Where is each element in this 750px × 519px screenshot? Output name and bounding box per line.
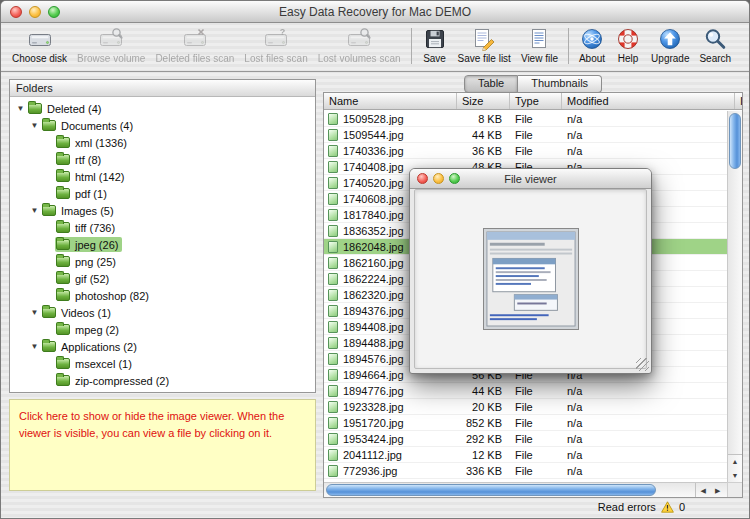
tree-item-documents-4[interactable]: ▼Documents (4) bbox=[10, 117, 315, 134]
folder-icon bbox=[28, 103, 42, 114]
file-icon bbox=[328, 321, 338, 333]
resize-grip-icon[interactable] bbox=[636, 358, 649, 371]
toolbar-button-lost-volumes-scan: Lost volumes scan bbox=[313, 25, 406, 71]
tree-item-zip-compressed-2[interactable]: zip-compressed (2) bbox=[10, 372, 315, 389]
file-row-772936-jpg[interactable]: 772936.jpg336 KBFilen/a bbox=[324, 463, 727, 479]
tree-item-msexcel-1[interactable]: msexcel (1) bbox=[10, 355, 315, 372]
tab-thumbnails[interactable]: Thumbnails bbox=[518, 75, 602, 93]
file-row-2041112-jpg[interactable]: 2041112.jpg12 KBFilen/a bbox=[324, 447, 727, 463]
file-icon bbox=[328, 401, 338, 413]
tree-item-png-25[interactable]: png (25) bbox=[10, 253, 315, 270]
tree-item-videos-1[interactable]: ▼Videos (1) bbox=[10, 304, 315, 321]
file-row-1923328-jpg[interactable]: 1923328.jpg20 KBFilen/a bbox=[324, 399, 727, 415]
column-header-size[interactable]: Size bbox=[457, 93, 510, 109]
column-header-type[interactable]: Type bbox=[510, 93, 562, 109]
file-viewer-titlebar[interactable]: File viewer bbox=[410, 169, 651, 189]
tree-item-applications-2[interactable]: ▼Applications (2) bbox=[10, 338, 315, 355]
file-preview-image[interactable] bbox=[483, 228, 579, 330]
tree-item-images-5[interactable]: ▼Images (5) bbox=[10, 202, 315, 219]
tree-item-html-142[interactable]: html (142) bbox=[10, 168, 315, 185]
toolbar-button-save[interactable]: Save bbox=[417, 25, 453, 71]
file-icon bbox=[328, 113, 338, 125]
table-header: NameSizeTypeModifiedID bbox=[324, 93, 742, 110]
save-icon bbox=[422, 26, 448, 52]
file-size: 292 KB bbox=[457, 433, 510, 445]
tree-item-pdf-1[interactable]: pdf (1) bbox=[10, 185, 315, 202]
file-name: 1862160.jpg bbox=[343, 257, 404, 269]
file-name: 1862048.jpg bbox=[343, 241, 404, 253]
disclosure-triangle-icon[interactable]: ▼ bbox=[28, 338, 41, 355]
horizontal-scroll-thumb[interactable] bbox=[326, 484, 656, 496]
folder-icon bbox=[56, 171, 70, 182]
horizontal-scrollbar[interactable]: ◀ ▶ bbox=[324, 482, 727, 497]
file-size: 44 KB bbox=[457, 385, 510, 397]
toolbar-separator bbox=[568, 28, 569, 64]
file-type: File bbox=[510, 129, 562, 141]
scroll-up-arrow-icon[interactable]: ▲ bbox=[732, 458, 739, 465]
disclosure-triangle-icon[interactable]: ▼ bbox=[28, 117, 41, 134]
folders-panel-header: Folders bbox=[10, 80, 315, 97]
view-file-icon bbox=[526, 26, 552, 52]
file-row-1953424-jpg[interactable]: 1953424.jpg292 KBFilen/a bbox=[324, 431, 727, 447]
window-titlebar[interactable]: Easy Data Recovery for Mac DEMO bbox=[1, 1, 749, 23]
zoom-button[interactable] bbox=[48, 6, 60, 18]
folder-icon bbox=[56, 375, 70, 386]
folder-icon bbox=[56, 290, 70, 301]
tree-item-rtf-8[interactable]: rtf (8) bbox=[10, 151, 315, 168]
file-row-1509544-jpg[interactable]: 1509544.jpg44 KBFilen/a bbox=[324, 127, 727, 143]
scroll-left-arrow-icon[interactable]: ◀ bbox=[701, 487, 706, 494]
file-name: 1923328.jpg bbox=[343, 401, 404, 413]
column-header-id[interactable]: ID bbox=[735, 93, 742, 109]
tab-table[interactable]: Table bbox=[464, 75, 518, 93]
file-row-1951720-jpg[interactable]: 1951720.jpg852 KBFilen/a bbox=[324, 415, 727, 431]
viewer-close-button[interactable] bbox=[417, 173, 428, 184]
toolbar-button-save-file-list[interactable]: Save file list bbox=[453, 25, 516, 71]
file-name: 1894408.jpg bbox=[343, 321, 404, 333]
vertical-scroll-thumb[interactable] bbox=[729, 113, 741, 169]
browse-volume-icon bbox=[98, 26, 124, 52]
tree-item-xml-1336[interactable]: xml (1336) bbox=[10, 134, 315, 151]
scroll-right-arrow-icon[interactable]: ▶ bbox=[715, 487, 720, 494]
folders-panel: Folders ▼Deleted (4)▼Documents (4)xml (1… bbox=[9, 79, 316, 393]
disclosure-triangle-icon[interactable]: ▼ bbox=[14, 100, 27, 117]
file-icon bbox=[328, 241, 338, 253]
file-row-1894776-jpg[interactable]: 1894776.jpg44 KBFilen/a bbox=[324, 383, 727, 399]
tree-item-photoshop-82[interactable]: photoshop (82) bbox=[10, 287, 315, 304]
file-name: 1509528.jpg bbox=[343, 113, 404, 125]
file-type: File bbox=[510, 465, 562, 477]
column-header-name[interactable]: Name bbox=[324, 93, 457, 109]
lost-volumes-scan-icon bbox=[346, 26, 372, 52]
close-button[interactable] bbox=[10, 6, 22, 18]
file-modified: n/a bbox=[562, 113, 727, 125]
warning-icon bbox=[661, 501, 674, 513]
file-name: 1951720.jpg bbox=[343, 417, 404, 429]
image-viewer-note[interactable]: Click here to show or hide the image vie… bbox=[9, 399, 316, 491]
help-icon bbox=[615, 26, 641, 52]
toolbar-button-search[interactable]: Search bbox=[694, 25, 736, 71]
file-type: File bbox=[510, 417, 562, 429]
file-row-1509528-jpg[interactable]: 1509528.jpg8 KBFilen/a bbox=[324, 111, 727, 127]
toolbar-button-about[interactable]: About bbox=[574, 25, 610, 71]
tree-item-tiff-736[interactable]: tiff (736) bbox=[10, 219, 315, 236]
folder-icon bbox=[56, 137, 70, 148]
minimize-button[interactable] bbox=[29, 6, 41, 18]
tree-item-deleted-4[interactable]: ▼Deleted (4) bbox=[10, 100, 315, 117]
toolbar-button-help[interactable]: Help bbox=[610, 25, 646, 71]
file-row-1740336-jpg[interactable]: 1740336.jpg36 KBFilen/a bbox=[324, 143, 727, 159]
toolbar-button-choose-disk[interactable]: Choose disk bbox=[7, 25, 72, 71]
disclosure-triangle-icon[interactable]: ▼ bbox=[28, 304, 41, 321]
column-header-modified[interactable]: Modified bbox=[562, 93, 735, 109]
tree-item-mpeg-2[interactable]: mpeg (2) bbox=[10, 321, 315, 338]
tree-item-gif-52[interactable]: gif (52) bbox=[10, 270, 315, 287]
file-icon bbox=[328, 273, 338, 285]
disclosure-triangle-icon[interactable]: ▼ bbox=[28, 202, 41, 219]
vertical-scrollbar[interactable]: ▲ ▼ bbox=[727, 111, 742, 482]
app-window: Easy Data Recovery for Mac DEMO Choose d… bbox=[0, 0, 750, 519]
toolbar-button-view-file[interactable]: View file bbox=[516, 25, 563, 71]
toolbar-button-upgrade[interactable]: Upgrade bbox=[646, 25, 694, 71]
scroll-down-arrow-icon[interactable]: ▼ bbox=[732, 472, 739, 479]
file-size: 8 KB bbox=[457, 113, 510, 125]
viewer-minimize-button[interactable] bbox=[433, 173, 444, 184]
viewer-zoom-button[interactable] bbox=[449, 173, 460, 184]
tree-item-jpeg-26[interactable]: jpeg (26) bbox=[10, 236, 315, 253]
